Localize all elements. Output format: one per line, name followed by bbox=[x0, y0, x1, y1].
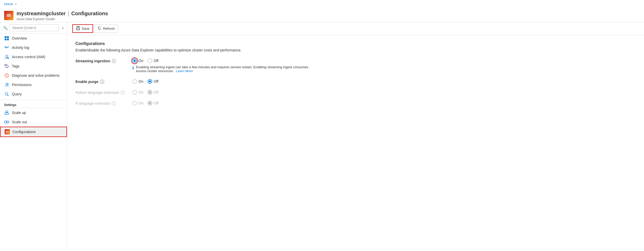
save-button[interactable]: Save bbox=[72, 24, 93, 33]
python-off-dot bbox=[149, 91, 151, 93]
svg-rect-2 bbox=[7, 14, 11, 14]
purge-off-label: Off bbox=[154, 79, 158, 83]
info-circle-icon: ℹ bbox=[132, 65, 134, 70]
configurations-label: Configurations bbox=[12, 130, 36, 134]
python-radio-group: On Off bbox=[132, 90, 158, 95]
scaleout-icon bbox=[4, 119, 9, 125]
python-extension-row: Python language extension i On O bbox=[75, 90, 636, 95]
svg-text:+: + bbox=[7, 58, 9, 59]
activity-icon bbox=[4, 45, 9, 50]
r-extension-label: R language extension i bbox=[75, 101, 132, 105]
r-off-dot bbox=[149, 102, 151, 104]
main-layout: 🔍 « Overview Activity log + Access contr… bbox=[0, 22, 644, 250]
streaming-on-option[interactable]: On bbox=[132, 58, 143, 63]
refresh-button[interactable]: Refresh bbox=[94, 25, 118, 33]
svg-rect-19 bbox=[6, 111, 8, 112]
r-off-radio bbox=[148, 101, 152, 105]
search-icon: 🔍 bbox=[3, 26, 7, 30]
svg-point-10 bbox=[6, 65, 6, 66]
sidebar-item-scale-up[interactable]: Scale up bbox=[0, 108, 67, 117]
purge-info-icon[interactable]: i bbox=[100, 80, 104, 84]
collapse-button[interactable]: « bbox=[61, 25, 65, 31]
pipe-separator: | bbox=[68, 10, 69, 17]
r-on-option: On bbox=[132, 101, 143, 105]
svg-line-17 bbox=[7, 95, 9, 96]
sidebar: 🔍 « Overview Activity log + Access contr… bbox=[0, 22, 67, 250]
config-title: Configurations bbox=[75, 41, 636, 46]
svg-rect-22 bbox=[7, 121, 9, 123]
purge-off-dot bbox=[149, 80, 151, 82]
iam-icon: + bbox=[4, 54, 9, 59]
python-off-option: Off bbox=[148, 90, 158, 95]
svg-rect-21 bbox=[5, 121, 6, 123]
scale-out-label: Scale out bbox=[12, 120, 27, 124]
query-label: Query bbox=[12, 92, 22, 96]
sidebar-item-tags[interactable]: Tags bbox=[0, 62, 67, 71]
sidebar-item-overview[interactable]: Overview bbox=[0, 34, 67, 43]
streaming-ingestion-row: Streaming ingestion i On Off bbox=[75, 58, 636, 73]
iam-label: Access control (IAM) bbox=[12, 55, 45, 59]
diagnose-label: Diagnose and solve problems bbox=[12, 73, 59, 78]
config-description: Enable/disable the following Azure Data … bbox=[75, 48, 636, 52]
cluster-name: mystreamingcluster bbox=[17, 11, 66, 17]
sidebar-item-query[interactable]: Query bbox=[0, 89, 67, 99]
r-extension-row: R language extension i On Off bbox=[75, 101, 636, 105]
streaming-off-label: Off bbox=[154, 59, 158, 63]
svg-rect-1 bbox=[6, 16, 11, 17]
svg-rect-18 bbox=[5, 113, 9, 115]
search-input[interactable] bbox=[10, 24, 59, 31]
streaming-off-radio[interactable] bbox=[148, 58, 152, 63]
sidebar-item-permissions[interactable]: Permissions bbox=[0, 80, 67, 89]
sidebar-item-activity-log[interactable]: Activity log bbox=[0, 43, 67, 52]
svg-rect-28 bbox=[77, 28, 79, 30]
sidebar-item-configurations[interactable]: Configurations bbox=[0, 127, 67, 137]
r-info-icon[interactable]: i bbox=[112, 101, 116, 105]
streaming-info-icon[interactable]: i bbox=[112, 59, 116, 63]
r-off-label: Off bbox=[154, 101, 158, 105]
breadcrumb-home[interactable]: Home bbox=[4, 2, 13, 6]
python-on-label: On bbox=[139, 90, 143, 94]
learn-more-link[interactable]: Learn More bbox=[176, 69, 193, 73]
streaming-ingestion-controls: On Off ℹ Enabling streaming ingest can t… bbox=[132, 58, 313, 73]
refresh-icon bbox=[97, 26, 102, 31]
streaming-off-option[interactable]: Off bbox=[148, 58, 158, 63]
purge-off-radio[interactable] bbox=[148, 79, 152, 84]
python-on-radio bbox=[132, 90, 137, 95]
sidebar-item-diagnose[interactable]: Diagnose and solve problems bbox=[0, 71, 67, 80]
python-extension-label: Python language extension i bbox=[75, 90, 132, 95]
permissions-label: Permissions bbox=[12, 83, 32, 87]
purge-controls: On Off bbox=[132, 79, 158, 84]
python-info-icon[interactable]: i bbox=[121, 90, 125, 95]
tags-icon bbox=[4, 64, 9, 69]
streaming-info-box: ℹ Enabling streaming ingest can take a f… bbox=[132, 65, 313, 73]
settings-section-label: Settings bbox=[0, 100, 67, 108]
purge-off-option[interactable]: Off bbox=[148, 79, 158, 84]
diagnose-icon bbox=[4, 73, 9, 78]
purge-on-radio[interactable] bbox=[132, 79, 137, 84]
sidebar-item-iam[interactable]: + Access control (IAM) bbox=[0, 52, 67, 62]
header-subtitle: Azure Data Explorer Cluster bbox=[17, 17, 108, 21]
page-header: mystreamingcluster | Configurations Azur… bbox=[0, 8, 644, 22]
header-text: mystreamingcluster | Configurations Azur… bbox=[17, 10, 108, 21]
purge-on-option[interactable]: On bbox=[132, 79, 143, 84]
svg-point-14 bbox=[6, 83, 8, 85]
scale-up-label: Scale up bbox=[12, 111, 26, 115]
streaming-on-label: On bbox=[139, 59, 143, 63]
page-title: Configurations bbox=[71, 11, 108, 17]
svg-rect-24 bbox=[6, 131, 9, 132]
purge-on-label: On bbox=[139, 79, 143, 83]
purge-radio-group: On Off bbox=[132, 79, 158, 84]
main-content: Save Refresh Configurations Enable/disab… bbox=[67, 22, 644, 250]
streaming-ingestion-label: Streaming ingestion i bbox=[75, 58, 132, 63]
python-on-option: On bbox=[132, 90, 143, 95]
enable-purge-row: Enable purge i On Off bbox=[75, 79, 636, 84]
permissions-icon bbox=[4, 82, 9, 87]
sidebar-item-scale-out[interactable]: Scale out bbox=[0, 117, 67, 127]
toolbar: Save Refresh bbox=[67, 22, 644, 35]
streaming-on-radio[interactable] bbox=[132, 58, 137, 63]
cluster-icon bbox=[4, 11, 13, 20]
tags-label: Tags bbox=[12, 64, 20, 68]
svg-rect-27 bbox=[77, 26, 79, 28]
refresh-label: Refresh bbox=[103, 27, 115, 31]
python-controls: On Off bbox=[132, 90, 158, 95]
